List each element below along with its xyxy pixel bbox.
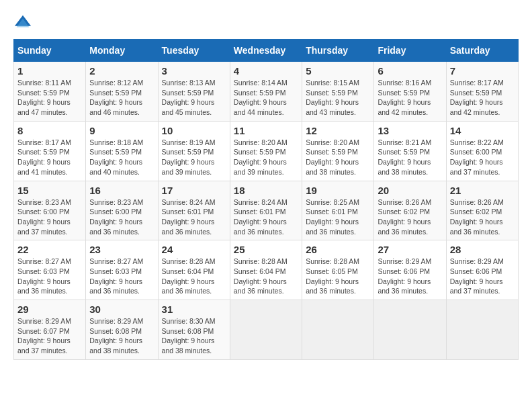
calendar-cell [446,300,518,360]
day-number: 25 [234,244,298,255]
header-day: Sunday [14,40,86,62]
calendar-cell: 7Sunrise: 8:17 AMSunset: 5:59 PMDaylight… [446,62,518,122]
calendar-cell: 14Sunrise: 8:22 AMSunset: 6:00 PMDayligh… [446,121,518,181]
day-info: Sunrise: 8:24 AMSunset: 6:01 PMDaylight:… [234,197,298,237]
day-number: 31 [162,304,226,315]
day-number: 19 [306,185,370,196]
day-number: 29 [17,304,82,315]
calendar-cell: 11Sunrise: 8:20 AMSunset: 5:59 PMDayligh… [230,121,302,181]
day-number: 13 [378,125,442,136]
day-number: 22 [17,244,82,255]
day-info: Sunrise: 8:11 AMSunset: 5:59 PMDaylight:… [17,78,82,118]
calendar-cell: 12Sunrise: 8:20 AMSunset: 5:59 PMDayligh… [302,121,374,181]
calendar-cell: 22Sunrise: 8:27 AMSunset: 6:03 PMDayligh… [14,240,86,300]
calendar-cell: 30Sunrise: 8:29 AMSunset: 6:08 PMDayligh… [86,300,158,360]
day-info: Sunrise: 8:18 AMSunset: 5:59 PMDaylight:… [89,138,154,177]
day-info: Sunrise: 8:29 AMSunset: 6:06 PMDaylight:… [450,257,515,296]
day-info: Sunrise: 8:14 AMSunset: 5:59 PMDaylight:… [234,78,298,118]
day-number: 7 [450,65,515,77]
logo [13,13,35,32]
day-info: Sunrise: 8:17 AMSunset: 5:59 PMDaylight:… [450,78,515,118]
calendar-cell: 10Sunrise: 8:19 AMSunset: 5:59 PMDayligh… [158,121,230,181]
day-info: Sunrise: 8:27 AMSunset: 6:03 PMDaylight:… [89,257,154,296]
day-number: 6 [378,65,442,77]
calendar-cell: 2Sunrise: 8:12 AMSunset: 5:59 PMDaylight… [86,62,158,122]
day-number: 11 [234,125,298,136]
header-day: Wednesday [230,40,302,62]
day-info: Sunrise: 8:25 AMSunset: 6:01 PMDaylight:… [306,197,370,237]
page-header [13,13,519,32]
calendar-week-row: 22Sunrise: 8:27 AMSunset: 6:03 PMDayligh… [14,240,519,300]
day-info: Sunrise: 8:20 AMSunset: 5:59 PMDaylight:… [234,138,298,177]
day-info: Sunrise: 8:13 AMSunset: 5:59 PMDaylight:… [162,78,226,118]
header-day: Monday [86,40,158,62]
calendar-cell: 31Sunrise: 8:30 AMSunset: 6:08 PMDayligh… [158,300,230,360]
calendar-week-row: 8Sunrise: 8:17 AMSunset: 5:59 PMDaylight… [14,121,519,181]
calendar-cell: 21Sunrise: 8:26 AMSunset: 6:02 PMDayligh… [446,181,518,240]
day-number: 23 [89,244,154,255]
calendar-cell [374,300,446,360]
calendar-cell: 5Sunrise: 8:15 AMSunset: 5:59 PMDaylight… [302,62,374,122]
day-number: 10 [162,125,226,136]
day-info: Sunrise: 8:28 AMSunset: 6:04 PMDaylight:… [162,257,226,296]
day-number: 26 [306,244,370,255]
header-day: Friday [374,40,446,62]
day-info: Sunrise: 8:24 AMSunset: 6:01 PMDaylight:… [162,197,226,237]
day-info: Sunrise: 8:22 AMSunset: 6:00 PMDaylight:… [450,138,515,177]
day-number: 20 [378,185,442,196]
calendar-body: 1Sunrise: 8:11 AMSunset: 5:59 PMDaylight… [14,62,519,360]
day-number: 5 [306,65,370,77]
day-info: Sunrise: 8:15 AMSunset: 5:59 PMDaylight:… [306,78,370,118]
logo-icon [13,13,32,32]
calendar-cell: 23Sunrise: 8:27 AMSunset: 6:03 PMDayligh… [86,240,158,300]
day-info: Sunrise: 8:16 AMSunset: 5:59 PMDaylight:… [378,78,442,118]
calendar-cell: 20Sunrise: 8:26 AMSunset: 6:02 PMDayligh… [374,181,446,240]
day-number: 24 [162,244,226,255]
day-number: 2 [89,65,154,77]
day-number: 18 [234,185,298,196]
day-number: 14 [450,125,515,136]
day-number: 1 [17,65,82,77]
day-info: Sunrise: 8:26 AMSunset: 6:02 PMDaylight:… [450,197,515,237]
day-info: Sunrise: 8:30 AMSunset: 6:08 PMDaylight:… [162,316,226,356]
day-number: 21 [450,185,515,196]
day-number: 15 [17,185,82,196]
calendar-cell: 29Sunrise: 8:29 AMSunset: 6:07 PMDayligh… [14,300,86,360]
calendar-cell [302,300,374,360]
day-info: Sunrise: 8:23 AMSunset: 6:00 PMDaylight:… [17,197,82,237]
calendar-cell: 25Sunrise: 8:28 AMSunset: 6:04 PMDayligh… [230,240,302,300]
header-day: Tuesday [158,40,230,62]
day-number: 3 [162,65,226,77]
day-number: 30 [89,304,154,315]
calendar-cell: 3Sunrise: 8:13 AMSunset: 5:59 PMDaylight… [158,62,230,122]
day-info: Sunrise: 8:27 AMSunset: 6:03 PMDaylight:… [17,257,82,296]
day-info: Sunrise: 8:17 AMSunset: 5:59 PMDaylight:… [17,138,82,177]
calendar-cell: 16Sunrise: 8:23 AMSunset: 6:00 PMDayligh… [86,181,158,240]
calendar-cell: 24Sunrise: 8:28 AMSunset: 6:04 PMDayligh… [158,240,230,300]
day-info: Sunrise: 8:20 AMSunset: 5:59 PMDaylight:… [306,138,370,177]
calendar-week-row: 29Sunrise: 8:29 AMSunset: 6:07 PMDayligh… [14,300,519,360]
day-number: 17 [162,185,226,196]
calendar-header: SundayMondayTuesdayWednesdayThursdayFrid… [14,40,519,62]
calendar-cell: 15Sunrise: 8:23 AMSunset: 6:00 PMDayligh… [14,181,86,240]
day-number: 12 [306,125,370,136]
calendar-cell: 6Sunrise: 8:16 AMSunset: 5:59 PMDaylight… [374,62,446,122]
day-info: Sunrise: 8:21 AMSunset: 5:59 PMDaylight:… [378,138,442,177]
calendar-table: SundayMondayTuesdayWednesdayThursdayFrid… [13,39,519,360]
calendar-cell: 18Sunrise: 8:24 AMSunset: 6:01 PMDayligh… [230,181,302,240]
day-info: Sunrise: 8:28 AMSunset: 6:05 PMDaylight:… [306,257,370,296]
calendar-cell: 26Sunrise: 8:28 AMSunset: 6:05 PMDayligh… [302,240,374,300]
day-number: 8 [17,125,82,136]
header-row: SundayMondayTuesdayWednesdayThursdayFrid… [14,40,519,62]
calendar-cell: 17Sunrise: 8:24 AMSunset: 6:01 PMDayligh… [158,181,230,240]
calendar-week-row: 15Sunrise: 8:23 AMSunset: 6:00 PMDayligh… [14,181,519,240]
calendar-cell [230,300,302,360]
header-day: Saturday [446,40,518,62]
day-info: Sunrise: 8:26 AMSunset: 6:02 PMDaylight:… [378,197,442,237]
calendar-cell: 8Sunrise: 8:17 AMSunset: 5:59 PMDaylight… [14,121,86,181]
calendar-cell: 1Sunrise: 8:11 AMSunset: 5:59 PMDaylight… [14,62,86,122]
day-number: 28 [450,244,515,255]
calendar-cell: 28Sunrise: 8:29 AMSunset: 6:06 PMDayligh… [446,240,518,300]
calendar-cell: 4Sunrise: 8:14 AMSunset: 5:59 PMDaylight… [230,62,302,122]
day-info: Sunrise: 8:29 AMSunset: 6:06 PMDaylight:… [378,257,442,296]
